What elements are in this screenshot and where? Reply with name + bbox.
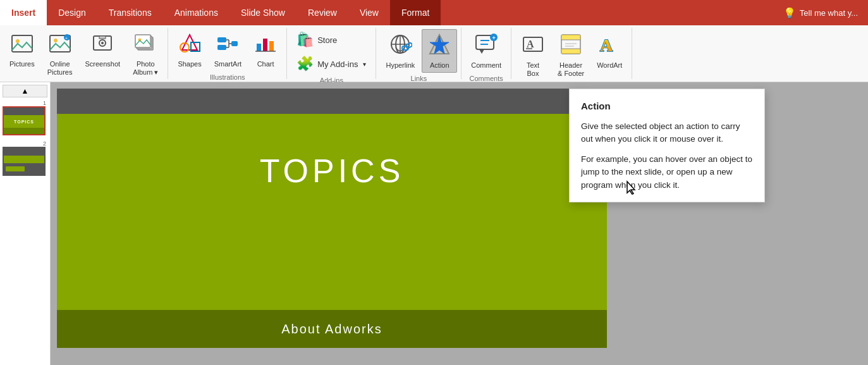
slide-thumb-2[interactable] (3, 147, 46, 176)
slide-canvas[interactable]: TOPICS About Adworks (57, 89, 607, 348)
shapes-button[interactable]: Shapes (172, 29, 207, 71)
tell-me-text: Tell me what y... (800, 8, 858, 18)
tab-view[interactable]: View (348, 0, 390, 25)
slide-top-bar (57, 89, 607, 114)
hyperlink-button[interactable]: Hyperlink (380, 29, 420, 73)
hyperlink-icon (388, 32, 412, 59)
tab-animations[interactable]: Animations (163, 0, 229, 25)
slide-thumb-container-1: 1 TOPICS About Adworks (3, 100, 47, 135)
scroll-up-button[interactable]: ▲ (3, 85, 47, 97)
my-addins-label: My Add-ins (317, 59, 358, 69)
screenshot-icon (91, 32, 114, 58)
chart-icon (254, 32, 277, 58)
tab-design[interactable]: Design (47, 0, 97, 25)
svg-rect-24 (257, 44, 261, 51)
tab-transitions[interactable]: Transitions (97, 0, 163, 25)
online-pictures-label: OnlinePictures (47, 60, 73, 77)
slide-thumb-1[interactable]: TOPICS About Adworks (3, 106, 46, 135)
slide-thumb-container-2: 2 (3, 140, 47, 176)
main-area: ▲ 1 TOPICS About Adworks 2 (0, 82, 868, 365)
ribbon-toolbar: Pictures + OnlinePictures (0, 25, 868, 82)
comment-button[interactable]: + Comment (465, 29, 507, 73)
store-icon: 🛍️ (296, 32, 314, 48)
screenshot-button[interactable]: Screenshot (80, 29, 126, 71)
tab-format[interactable]: Format (390, 0, 441, 25)
comment-icon: + (474, 32, 498, 59)
action-tooltip: Action Give the selected object an actio… (569, 89, 765, 202)
photo-album-button[interactable]: PhotoAlbum ▾ (127, 29, 164, 80)
hyperlink-label: Hyperlink (386, 61, 415, 70)
header-footer-icon (559, 32, 583, 59)
lightbulb-icon: 💡 (783, 7, 796, 19)
tooltip-line1: Give the selected object an action to ca… (581, 120, 753, 146)
tooltip-title: Action (581, 99, 753, 114)
wordart-icon: A A (597, 32, 621, 59)
wordart-button[interactable]: A A WordArt (591, 29, 628, 73)
smartart-label: SmartArt (214, 60, 241, 68)
action-icon (427, 32, 451, 59)
svg-rect-26 (269, 41, 274, 51)
shapes-label: Shapes (178, 60, 201, 68)
thumb-top-2 (4, 148, 44, 156)
text-box-icon: A (521, 32, 545, 59)
canvas-area: TOPICS About Adworks Action Give the sel… (51, 82, 868, 365)
thumb-adworks-1: About Adworks (4, 133, 27, 135)
svg-text:+: + (492, 35, 496, 41)
store-button[interactable]: 🛍️ Store (291, 29, 367, 51)
photo-album-icon (134, 32, 157, 58)
tooltip-line2: For example, you can hover over an objec… (581, 153, 753, 192)
pictures-button[interactable]: Pictures (4, 29, 40, 71)
tell-me-box[interactable]: 💡 Tell me what y... (773, 0, 868, 25)
illustrations-buttons: Shapes SmartArt (172, 28, 283, 71)
svg-rect-0 (12, 35, 32, 52)
group-links: Hyperlink Action Links (376, 28, 462, 79)
tab-review[interactable]: Review (296, 0, 348, 25)
group-addins: 🛍️ Store 🧩 My Add-ins ▾ Add-ins (287, 28, 376, 79)
group-illustrations: Shapes SmartArt (168, 28, 287, 79)
svg-rect-49 (561, 49, 580, 54)
my-addins-button[interactable]: 🧩 My Add-ins ▾ (291, 53, 372, 75)
thumb-title-1: TOPICS (14, 120, 34, 124)
tab-slideshow[interactable]: Slide Show (229, 0, 296, 25)
screenshot-label: Screenshot (85, 60, 121, 68)
header-footer-button[interactable]: Header& Footer (552, 29, 590, 81)
svg-marker-38 (479, 49, 484, 54)
slide-num-1: 1 (3, 100, 47, 106)
images-buttons: Pictures + OnlinePictures (4, 28, 164, 80)
svg-text:A: A (527, 39, 534, 49)
text-box-button[interactable]: A TextBox (515, 29, 551, 81)
svg-rect-17 (217, 37, 226, 42)
pictures-label: Pictures (9, 60, 35, 68)
tab-insert[interactable]: Insert (0, 0, 47, 25)
online-pictures-icon: + (49, 32, 71, 58)
shapes-icon (178, 32, 201, 58)
tooltip-body: Give the selected object an action to ca… (581, 120, 753, 192)
svg-rect-9 (99, 36, 106, 39)
slide-title: TOPICS (57, 114, 607, 190)
svg-point-8 (101, 42, 104, 44)
thumb-top-1 (4, 108, 44, 115)
slide-num-2: 2 (3, 140, 47, 147)
smartart-button[interactable]: SmartArt (209, 29, 247, 71)
ribbon-tabs: Insert Design Transitions Animations Sli… (0, 0, 868, 25)
header-footer-label: Header& Footer (558, 61, 584, 78)
group-text: A TextBox (511, 28, 632, 79)
online-pictures-button[interactable]: + OnlinePictures (42, 29, 78, 80)
ribbon-spacer (632, 28, 868, 79)
slide-bottom-bar: About Adworks (57, 310, 607, 348)
store-label: Store (317, 35, 337, 45)
group-images: Pictures + OnlinePictures (0, 28, 168, 79)
svg-rect-23 (231, 41, 238, 46)
thumb-mid-2 (4, 163, 44, 175)
chart-button[interactable]: Chart (248, 29, 283, 71)
action-button[interactable]: Action (422, 29, 457, 73)
slide-panel: ▲ 1 TOPICS About Adworks 2 (0, 82, 51, 365)
wordart-label: WordArt (597, 61, 622, 70)
svg-text:A: A (600, 35, 613, 55)
text-box-label: TextBox (527, 61, 539, 78)
thumb-strip-2 (4, 156, 44, 163)
svg-point-3 (54, 39, 58, 42)
photo-album-label: PhotoAlbum ▾ (133, 60, 158, 77)
svg-text:+: + (65, 36, 68, 40)
comment-label: Comment (471, 61, 501, 70)
